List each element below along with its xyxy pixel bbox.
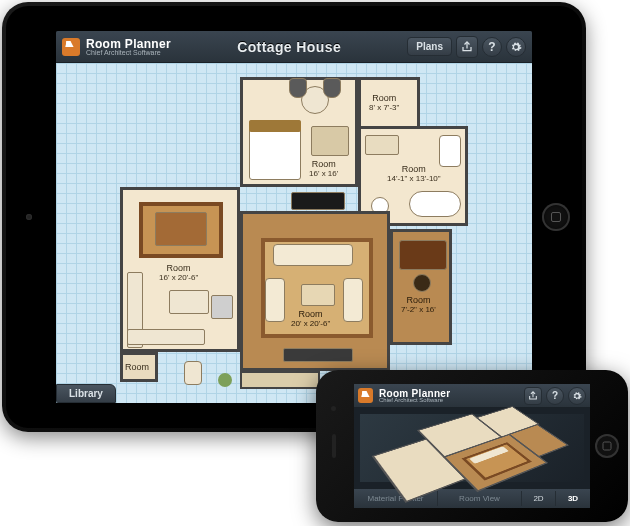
counter-icon <box>127 329 205 345</box>
app-subtitle: Chief Architect Software <box>86 49 171 56</box>
bench-icon <box>184 361 202 385</box>
share-button[interactable] <box>524 387 542 405</box>
iphone-3d-canvas[interactable] <box>354 408 590 488</box>
ipad-home-button[interactable] <box>542 203 570 231</box>
library-button[interactable]: Library <box>56 384 116 403</box>
armchair-icon <box>265 278 285 322</box>
vanity-icon <box>365 135 399 155</box>
desk-chair-icon <box>413 274 431 292</box>
desk-icon <box>399 240 447 270</box>
shower-icon <box>439 135 461 167</box>
room-label-dim: 7'-2" x 16' <box>401 306 436 315</box>
iphone-home-button[interactable] <box>595 434 619 458</box>
app-logo-icon <box>62 38 80 56</box>
dresser-icon <box>311 126 349 156</box>
help-icon: ? <box>552 390 558 401</box>
toolbar-actions: Plans ? <box>407 36 526 58</box>
plans-button[interactable]: Plans <box>407 37 452 56</box>
room-bedroom[interactable]: Room 16' x 16' <box>240 77 358 187</box>
settings-button[interactable] <box>568 387 586 405</box>
room-living[interactable]: Room 20' x 20'-6" <box>240 211 390 371</box>
room-label-name: Room <box>125 363 149 373</box>
coffee-table-icon <box>301 284 335 306</box>
floorplan-canvas[interactable]: Room 16' x 16' Room 8' x 7'-3" <box>56 63 532 403</box>
room-label-dim: 16' x 20'-6" <box>159 274 198 283</box>
app-brand: Room Planner Chief Architect Software <box>358 388 450 403</box>
help-button[interactable]: ? <box>482 37 502 57</box>
chair-icon <box>323 78 341 98</box>
iphone-camera <box>331 406 336 411</box>
room-dining[interactable]: Room 16' x 20'-6" <box>120 187 240 352</box>
ipad-screen: Room Planner Chief Architect Software Co… <box>56 31 532 403</box>
plan-title: Cottage House <box>177 39 401 55</box>
tab-2d[interactable]: 2D <box>522 491 556 506</box>
room-label-dim: 8' x 7'-3" <box>369 104 399 113</box>
porch[interactable] <box>240 371 320 389</box>
iso-view <box>360 414 584 482</box>
island-icon <box>169 290 209 314</box>
help-icon: ? <box>488 40 495 54</box>
app-brand: Room Planner Chief Architect Software <box>62 37 171 56</box>
piano-icon <box>291 192 345 210</box>
share-icon <box>461 41 473 53</box>
iphone-device: Room Planner Chief Architect Software ? <box>316 370 628 522</box>
ipad-toolbar: Room Planner Chief Architect Software Co… <box>56 31 532 63</box>
tab-3d[interactable]: 3D <box>556 491 590 506</box>
floor-plan[interactable]: Room 16' x 16' Room 8' x 7'-3" <box>68 65 518 393</box>
headboard-icon <box>249 120 301 132</box>
gear-icon <box>572 391 582 401</box>
sofa-icon <box>273 244 353 266</box>
app-subtitle: Chief Architect Software <box>379 397 450 403</box>
room-label-dim: 16' x 16' <box>309 170 338 179</box>
ipad-camera <box>26 214 32 220</box>
room-label-dim: 20' x 20'-6" <box>291 320 330 329</box>
room-study[interactable]: Room 7'-2" x 16' <box>390 229 452 345</box>
iphone-screen: Room Planner Chief Architect Software ? <box>354 384 590 508</box>
app-brand-text: Room Planner Chief Architect Software <box>86 37 171 56</box>
dining-table-icon <box>155 212 207 246</box>
share-button[interactable] <box>456 36 478 58</box>
tv-stand-icon <box>283 348 353 362</box>
iphone-speaker <box>332 434 336 458</box>
help-button[interactable]: ? <box>546 387 564 405</box>
plant-icon <box>218 373 232 387</box>
room-label-dim: 14'-1" x 13'-10" <box>387 175 441 184</box>
app-brand-text: Room Planner Chief Architect Software <box>379 388 450 403</box>
app-logo-icon <box>358 388 373 403</box>
room-closet[interactable]: Room 8' x 7'-3" <box>358 77 420 129</box>
room-pantry[interactable]: Room <box>120 352 158 382</box>
ipad-device: Room Planner Chief Architect Software Co… <box>2 2 586 432</box>
bathtub-icon <box>409 191 461 217</box>
chair-icon <box>289 78 307 98</box>
fridge-icon <box>211 295 233 319</box>
settings-button[interactable] <box>506 37 526 57</box>
gear-icon <box>510 41 522 53</box>
iphone-toolbar: Room Planner Chief Architect Software ? <box>354 384 590 408</box>
iso-sofa-icon <box>469 446 509 463</box>
share-icon <box>528 391 538 401</box>
armchair-icon <box>343 278 363 322</box>
